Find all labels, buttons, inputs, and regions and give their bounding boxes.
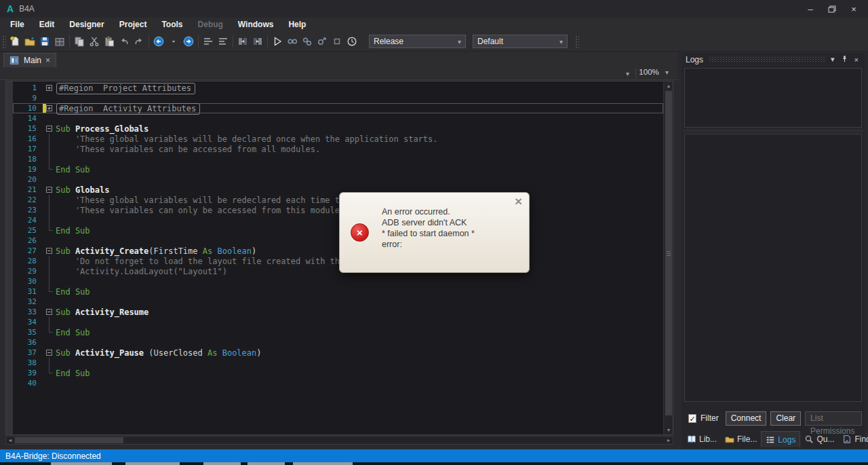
collapse-region-icon[interactable]: − <box>46 309 52 315</box>
panel-close-icon[interactable]: × <box>854 56 859 64</box>
code-line-30[interactable]: 30 <box>13 276 663 286</box>
code-line-24[interactable]: 24 <box>13 215 663 225</box>
undo-button[interactable] <box>117 34 132 49</box>
code-line-1[interactable]: 1+#Region Project Attributes <box>13 83 663 93</box>
vertical-scrollbar-thumb[interactable] <box>665 91 672 415</box>
expand-region-icon[interactable]: + <box>46 85 52 91</box>
code-line-26[interactable]: 26 <box>13 236 663 246</box>
code-line-10[interactable]: 10+#Region Activity Attributes <box>13 103 663 113</box>
expand-region-icon[interactable]: + <box>46 105 52 111</box>
member-dropdown-icon[interactable]: ▾ <box>626 70 629 77</box>
code-line-37[interactable]: 37−Sub Activity_Pause (UserClosed As Boo… <box>13 348 663 358</box>
navigate-back-dropdown[interactable] <box>166 34 181 49</box>
run-button[interactable] <box>270 34 285 49</box>
tab-quick-search[interactable]: Qu... <box>800 431 838 447</box>
menu-item-edit[interactable]: Edit <box>32 18 62 32</box>
tab-close-icon[interactable]: × <box>45 56 50 65</box>
navigate-forward-button[interactable] <box>181 34 196 49</box>
tab-logs[interactable]: Logs <box>761 431 800 447</box>
restore-icon[interactable] <box>826 5 838 13</box>
code-line-40[interactable]: 40 <box>13 378 663 388</box>
logs-splitter[interactable] <box>683 129 863 132</box>
code-line-21[interactable]: 21−Sub Globals <box>13 185 663 195</box>
indent-button[interactable] <box>201 34 216 49</box>
code-line-20[interactable]: 20 <box>13 174 663 185</box>
code-line-15[interactable]: 15−Sub Process_Globals <box>13 124 663 134</box>
compile-button[interactable] <box>344 34 359 49</box>
code-line-36[interactable]: 36 <box>13 337 663 348</box>
panel-drag-texture[interactable] <box>709 56 825 62</box>
code-line-18[interactable]: 18 <box>13 154 663 164</box>
code-line-22[interactable]: 22 'These global variables will be redec… <box>13 195 663 205</box>
code-line-33[interactable]: 33−Sub Activity_Resume <box>13 307 663 317</box>
code-line-34[interactable]: 34 <box>13 317 663 327</box>
menu-item-project[interactable]: Project <box>112 18 155 32</box>
open-project-button[interactable] <box>22 34 37 49</box>
bridge-connect-button[interactable] <box>285 34 300 49</box>
redo-button[interactable] <box>132 34 146 49</box>
code-line-29[interactable]: 29 'Activity.LoadLayout("Layout1") <box>13 266 663 276</box>
code-line-31[interactable]: 31End Sub <box>13 286 663 297</box>
code-line-28[interactable]: 28 'Do not forget to load the layout fil… <box>13 256 663 266</box>
modules-button[interactable] <box>52 34 67 49</box>
clear-button[interactable]: Clear <box>770 411 801 426</box>
cut-button[interactable] <box>87 34 102 49</box>
navigate-back-button[interactable] <box>151 34 166 49</box>
collapse-region-icon[interactable]: − <box>46 248 52 254</box>
code-line-14[interactable]: 14 <box>13 113 663 124</box>
editor-zoom-dropdown[interactable]: 100% ▾ <box>639 68 669 76</box>
menu-item-tools[interactable]: Tools <box>154 18 190 32</box>
uncomment-button[interactable] <box>250 34 265 49</box>
collapsed-region[interactable]: #Region Activity Attributes <box>56 103 200 115</box>
build-profile-dropdown[interactable]: Default ▾ <box>473 35 568 48</box>
code-line-35[interactable]: 35End Sub <box>13 327 663 337</box>
vertical-scrollbar[interactable]: ▴ ▾ <box>663 81 673 434</box>
close-icon[interactable]: × <box>848 4 860 14</box>
save-button[interactable] <box>37 34 52 49</box>
breakpoint-margin[interactable] <box>6 81 13 434</box>
minimize-icon[interactable]: – <box>804 4 816 14</box>
horizontal-scrollbar-thumb[interactable] <box>15 437 123 443</box>
scroll-down-icon[interactable]: ▾ <box>664 427 673 433</box>
paste-button[interactable] <box>102 34 117 49</box>
horizontal-scrollbar[interactable]: ◂ ▸ <box>5 436 673 445</box>
logs-output-box[interactable] <box>684 134 862 402</box>
menu-item-designer[interactable]: Designer <box>62 18 111 32</box>
collapse-region-icon[interactable]: − <box>46 187 52 193</box>
collapsed-region[interactable]: #Region Project Attributes <box>56 83 195 94</box>
scroll-right-icon[interactable]: ▸ <box>665 436 673 444</box>
collapse-region-icon[interactable]: − <box>46 126 52 132</box>
menu-item-windows[interactable]: Windows <box>231 18 281 32</box>
menu-item-help[interactable]: Help <box>281 18 313 32</box>
bridge-restart-button[interactable] <box>315 34 330 49</box>
code-line-23[interactable]: 23 'These variables can only be accessed… <box>13 205 663 215</box>
bridge-wireless-button[interactable] <box>300 34 315 49</box>
tab-main[interactable]: Main × <box>3 53 56 67</box>
code-line-38[interactable]: 38 <box>13 358 663 368</box>
stop-button[interactable] <box>330 34 344 49</box>
build-configuration-dropdown[interactable]: Release ▾ <box>369 35 466 48</box>
new-file-button[interactable] <box>7 34 22 49</box>
scroll-up-icon[interactable]: ▴ <box>664 83 673 89</box>
toolbar-grip[interactable] <box>574 35 579 48</box>
code-line-32[interactable]: 32 <box>13 297 663 307</box>
code-line-25[interactable]: 25End Sub <box>13 225 663 236</box>
collapse-region-icon[interactable]: − <box>46 350 52 356</box>
code-line-19[interactable]: 19End Sub <box>13 164 663 174</box>
tab-find[interactable]: Find... <box>838 431 868 447</box>
code-line-27[interactable]: 27−Sub Activity_Create(FirstTime As Bool… <box>13 246 663 256</box>
pin-icon[interactable] <box>841 55 848 64</box>
outdent-button[interactable] <box>216 34 231 49</box>
scroll-left-icon[interactable]: ◂ <box>6 436 14 444</box>
connect-button[interactable]: Connect <box>726 411 767 426</box>
logs-panel-header[interactable]: Logs ▾ × <box>682 53 865 66</box>
tab-libraries[interactable]: Lib... <box>683 431 721 447</box>
tab-files[interactable]: File... <box>721 431 761 447</box>
code-line-9[interactable]: 9 <box>13 93 663 103</box>
code-line-39[interactable]: 39End Sub <box>13 368 663 378</box>
copy-button[interactable] <box>72 34 87 49</box>
toolbar-grip[interactable] <box>1 35 6 48</box>
code-line-17[interactable]: 17 'These variables can be accessed from… <box>13 144 663 154</box>
dialog-close-icon[interactable]: × <box>515 194 522 209</box>
filter-checkbox[interactable]: ✓ <box>688 414 696 423</box>
